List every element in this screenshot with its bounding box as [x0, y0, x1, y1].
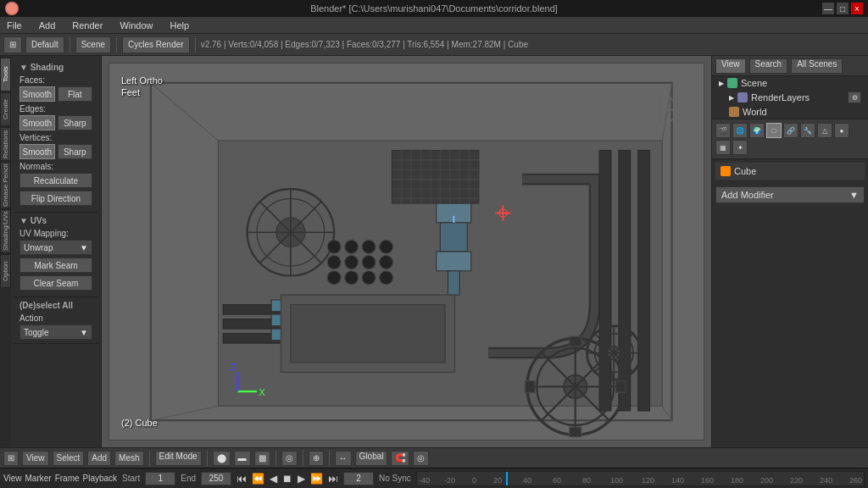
- xray-btn[interactable]: ◎: [281, 451, 298, 466]
- edge-select-btn[interactable]: ▬: [234, 451, 251, 466]
- flip-btn[interactable]: Flip Direction: [19, 191, 92, 206]
- pivot-btn[interactable]: ⊕: [309, 451, 324, 466]
- particle-props-icon[interactable]: ✦: [732, 140, 748, 155]
- jump-end-btn[interactable]: ⏭: [328, 473, 338, 485]
- close-button[interactable]: ×: [851, 3, 863, 14]
- tab-grease-pencil[interactable]: Grease Pencil: [0, 162, 11, 208]
- separator-2: [116, 37, 117, 53]
- window-controls[interactable]: — □ ×: [822, 3, 863, 14]
- texture-props-icon[interactable]: ▦: [715, 140, 731, 155]
- smooth-btn[interactable]: Smooth: [19, 86, 55, 102]
- clear-seam-btn[interactable]: Clear Seam: [19, 275, 92, 291]
- next-frame-btn[interactable]: ⏩: [310, 473, 323, 485]
- sharp-btn[interactable]: Sharp: [58, 115, 93, 130]
- mark-seam-btn[interactable]: Mark Seam: [19, 258, 92, 273]
- tab-tools[interactable]: Tools: [0, 58, 11, 92]
- menu-add[interactable]: Add: [36, 19, 59, 32]
- svg-line-2: [662, 83, 671, 141]
- timeline-labels: View Marker Frame Playback: [3, 474, 117, 483]
- tab-shading-uvs[interactable]: Shading/UVs: [0, 209, 11, 253]
- material-props-icon[interactable]: ●: [834, 123, 849, 138]
- mode-label: Edit Mode: [159, 452, 198, 461]
- end-frame-input[interactable]: [201, 472, 231, 485]
- faces-label: Faces:: [19, 75, 92, 85]
- view-btn[interactable]: View: [715, 58, 746, 74]
- edges-row: Smooth Sharp: [19, 115, 92, 130]
- engine-selector[interactable]: Cycles Render: [122, 36, 190, 53]
- object-props-icon[interactable]: □: [766, 123, 782, 138]
- search-btn[interactable]: Search: [749, 58, 788, 74]
- vertex-select-btn[interactable]: ⬤: [213, 451, 231, 466]
- menu-render[interactable]: Render: [69, 19, 106, 32]
- svg-text:20: 20: [493, 476, 502, 485]
- global-selector[interactable]: Global: [355, 451, 388, 466]
- layout-icons[interactable]: ⊞: [3, 36, 22, 53]
- tab-relations[interactable]: Relations: [0, 127, 11, 161]
- playback-btn[interactable]: Playback: [83, 474, 118, 483]
- prev-frame-btn[interactable]: ⏪: [252, 473, 264, 485]
- data-props-icon[interactable]: △: [817, 123, 832, 138]
- unwrap-dropdown[interactable]: Unwrap ▼: [19, 240, 92, 255]
- default-layout[interactable]: Default: [25, 36, 64, 53]
- svg-text:60: 60: [553, 476, 561, 485]
- view-menu-btn[interactable]: View: [22, 451, 49, 466]
- mesh-menu-btn[interactable]: Mesh: [114, 451, 143, 466]
- render-settings-icon[interactable]: ⚙: [848, 92, 861, 103]
- smooth-edge-btn[interactable]: Smooth: [19, 115, 55, 130]
- proportional-btn[interactable]: ◎: [413, 451, 429, 466]
- scene-selector[interactable]: Scene: [75, 36, 111, 53]
- menu-help[interactable]: Help: [167, 19, 193, 32]
- render-props-icon[interactable]: 🎬: [715, 123, 731, 138]
- add-menu-btn[interactable]: Add: [87, 451, 111, 466]
- svg-rect-56: [291, 305, 445, 363]
- frame-btn[interactable]: Frame: [55, 474, 80, 483]
- select-menu-btn[interactable]: Select: [53, 451, 85, 466]
- scene-svg: X Z: [109, 64, 704, 440]
- recalculate-btn[interactable]: Recalculate: [19, 173, 92, 188]
- viewport-icon-btn[interactable]: ⊞: [3, 451, 19, 466]
- constraint-props-icon[interactable]: 🔗: [783, 123, 798, 138]
- outliner-world[interactable]: World: [712, 105, 868, 119]
- modifier-props-icon[interactable]: 🔧: [800, 123, 815, 138]
- start-frame-input[interactable]: [145, 472, 175, 485]
- sharp-vert-btn[interactable]: Sharp: [58, 144, 93, 159]
- play-btn[interactable]: ▶: [298, 473, 305, 485]
- svg-point-22: [345, 271, 359, 285]
- edges-label: Edges:: [19, 104, 92, 114]
- action-dropdown[interactable]: Toggle ▼: [19, 324, 92, 340]
- view-timeline-btn[interactable]: View: [3, 474, 22, 483]
- cube-icon: [721, 166, 731, 176]
- menu-bar: File Add Render Window Help: [0, 17, 868, 34]
- snap-btn[interactable]: 🧲: [391, 451, 409, 466]
- current-frame-input[interactable]: [343, 472, 374, 485]
- play-reverse-btn[interactable]: ◀: [270, 473, 277, 485]
- outliner-render-layers[interactable]: ▶ RenderLayers ⚙: [712, 90, 868, 105]
- uvs-title: ▼ UVs: [19, 216, 92, 225]
- settings-gear-icon: ⚙: [852, 94, 858, 102]
- add-modifier-button[interactable]: Add Modifier ▼: [715, 186, 865, 203]
- marker-btn[interactable]: Marker: [25, 474, 52, 483]
- jump-start-btn[interactable]: ⏮: [236, 473, 247, 485]
- timeline-ruler[interactable]: -40 -20 0 20 40 60 80 100 120 140 160 18…: [416, 471, 865, 486]
- flat-btn[interactable]: Flat: [58, 86, 93, 102]
- scene-triangle-icon: ▶: [719, 80, 724, 87]
- action-label: Action: [19, 313, 92, 323]
- maximize-button[interactable]: □: [837, 3, 849, 14]
- mode-selector[interactable]: Edit Mode: [155, 451, 202, 466]
- tab-create[interactable]: Create: [0, 92, 11, 126]
- transform-btn[interactable]: ↔: [335, 451, 352, 466]
- render-layers-label: RenderLayers: [751, 92, 810, 103]
- outliner-scene[interactable]: ▶ Scene: [712, 76, 868, 90]
- viewport[interactable]: Left Ortho Feet: [102, 56, 711, 447]
- world-props-icon[interactable]: 🌍: [749, 123, 765, 138]
- menu-window[interactable]: Window: [116, 19, 156, 32]
- face-select-btn[interactable]: ▩: [254, 451, 270, 466]
- tab-option[interactable]: Option: [0, 254, 11, 288]
- stop-btn[interactable]: ⏹: [282, 473, 292, 485]
- menu-file[interactable]: File: [3, 19, 25, 32]
- all-scenes-btn[interactable]: All Scenes: [791, 58, 843, 74]
- scene-props-icon[interactable]: 🌐: [732, 123, 748, 138]
- grid-icon: ⊞: [9, 40, 16, 49]
- minimize-button[interactable]: —: [822, 3, 834, 14]
- smooth-vert-btn[interactable]: Smooth: [19, 144, 55, 159]
